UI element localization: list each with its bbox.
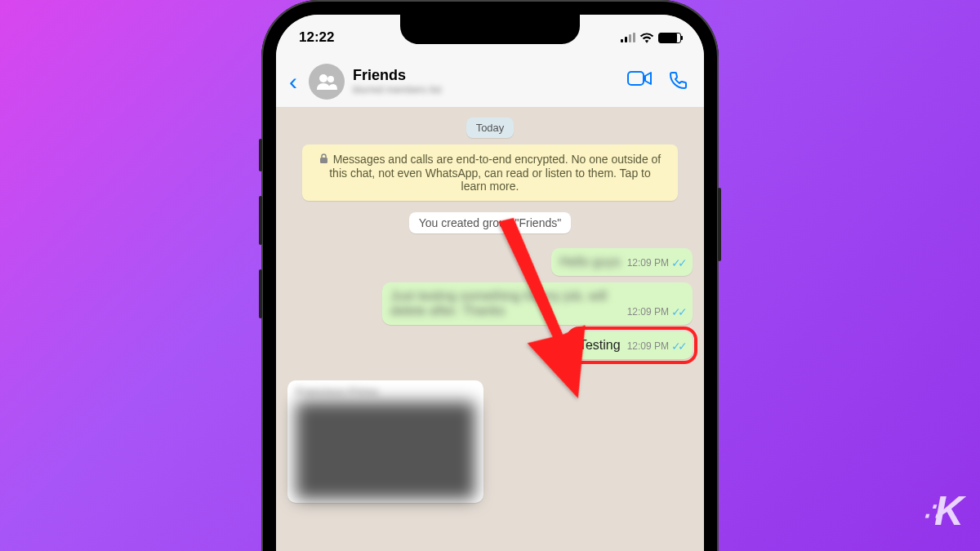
chat-subtitle: blurred members list xyxy=(353,84,619,96)
svg-point-1 xyxy=(327,76,334,82)
phone-frame: 12:22 ‹ Friends blurred members list xyxy=(261,0,719,551)
incoming-image xyxy=(296,402,475,500)
message-time: 12:09 PM xyxy=(627,340,669,352)
chat-title-area[interactable]: Friends blurred members list xyxy=(353,67,619,96)
incoming-message[interactable]: Francisco Primo xyxy=(287,380,483,503)
read-receipt-icon: ✓✓ xyxy=(671,256,684,269)
svg-point-0 xyxy=(319,74,327,82)
group-icon xyxy=(315,73,338,90)
message-meta: 12:09 PM ✓✓ xyxy=(627,340,684,353)
read-receipt-icon: ✓✓ xyxy=(671,305,684,318)
chat-title: Friends xyxy=(353,67,619,85)
watermark: ∴ K xyxy=(924,487,964,535)
back-button[interactable]: ‹ xyxy=(286,68,301,96)
sender-name: Francisco Primo xyxy=(296,385,475,398)
phone-notch xyxy=(400,15,580,44)
encryption-text: Messages and calls are end-to-end encryp… xyxy=(329,153,661,193)
phone-screen: 12:22 ‹ Friends blurred members list xyxy=(276,15,704,551)
svg-rect-3 xyxy=(320,158,327,163)
battery-icon xyxy=(658,33,681,43)
chat-body[interactable]: Today Messages and calls are end-to-end … xyxy=(276,108,704,513)
watermark-letter: K xyxy=(934,487,964,535)
lock-icon xyxy=(319,153,328,167)
status-time: 12:22 xyxy=(299,29,334,46)
cellular-icon xyxy=(621,33,635,42)
voice-call-button[interactable] xyxy=(668,70,688,93)
chat-header: ‹ Friends blurred members list xyxy=(276,56,704,108)
status-icons xyxy=(621,32,681,43)
group-avatar[interactable] xyxy=(309,64,345,100)
video-call-button[interactable] xyxy=(627,70,652,93)
wifi-icon xyxy=(639,32,654,43)
encryption-notice[interactable]: Messages and calls are end-to-end encryp… xyxy=(302,144,678,201)
read-receipt-icon: ✓✓ xyxy=(671,340,684,353)
svg-rect-2 xyxy=(628,72,644,85)
date-separator: Today xyxy=(466,118,514,138)
